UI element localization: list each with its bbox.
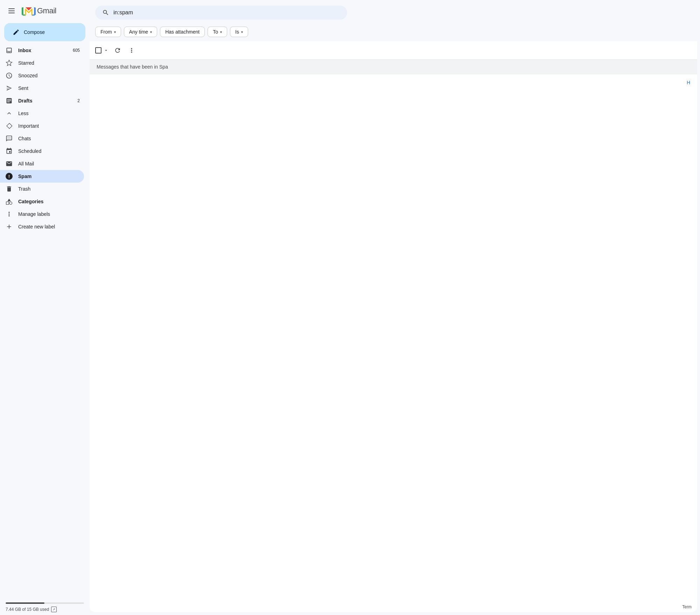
svg-point-0 [9, 202, 12, 205]
search-icon [102, 9, 109, 16]
search-bar [95, 6, 347, 20]
gmail-text: Gmail [37, 6, 56, 15]
sidebar: Gmail Compose Inbox 605 Starred [0, 0, 90, 615]
sidebar-item-label: Snoozed [18, 73, 37, 78]
sidebar-item-label: Drafts [18, 98, 32, 104]
chevron-up-icon [6, 110, 13, 117]
search-container [90, 3, 697, 22]
empty-state-text: H [687, 80, 690, 85]
storage-label: 7.44 GB of 15 GB used [6, 607, 49, 612]
more-vert-icon [128, 47, 135, 54]
sidebar-item-label: Inbox [18, 48, 31, 53]
sidebar-item-label: Spam [18, 174, 31, 179]
inbox-icon [6, 47, 13, 54]
sidebar-item-categories[interactable]: Categories [0, 195, 84, 208]
is-filter-arrow: ▾ [241, 30, 243, 34]
select-all-area[interactable] [95, 47, 110, 54]
from-filter-arrow: ▾ [114, 30, 116, 34]
empty-state-link[interactable]: H [90, 74, 697, 91]
hamburger-button[interactable] [6, 6, 18, 16]
any-time-filter-label: Any time [129, 29, 148, 35]
checkbox-dropdown-button[interactable] [102, 47, 110, 54]
manage-labels-icon [6, 211, 13, 218]
sent-icon [6, 85, 13, 92]
important-icon [6, 122, 13, 129]
storage-external-link-icon[interactable] [51, 607, 57, 612]
to-filter-arrow: ▾ [220, 30, 222, 34]
filter-bar: From ▾ Any time ▾ Has attachment To ▾ Is… [90, 22, 697, 41]
hamburger-icon [8, 8, 15, 9]
sidebar-item-important[interactable]: Important [0, 120, 84, 132]
sidebar-item-label: Categories [18, 199, 43, 204]
to-filter[interactable]: To ▾ [208, 27, 227, 37]
compose-label: Compose [24, 29, 45, 35]
nav-list: Inbox 605 Starred Snoozed Sent [0, 44, 90, 233]
sidebar-item-snoozed[interactable]: Snoozed [0, 69, 84, 82]
compose-icon [13, 29, 20, 36]
hamburger-icon [8, 13, 15, 13]
sidebar-item-label: Chats [18, 136, 31, 141]
sidebar-item-label: Trash [18, 186, 30, 192]
refresh-icon [114, 47, 121, 54]
sidebar-item-manage-labels[interactable]: Manage labels [0, 208, 84, 220]
is-filter-label: Is [235, 29, 239, 35]
svg-rect-1 [6, 202, 9, 205]
refresh-button[interactable] [111, 44, 124, 57]
sidebar-item-scheduled[interactable]: Scheduled [0, 145, 84, 157]
all-mail-icon [6, 160, 13, 167]
sidebar-item-create-label[interactable]: Create new label [0, 220, 84, 233]
sidebar-item-chats[interactable]: Chats [0, 132, 84, 145]
sidebar-item-label: Sent [18, 85, 28, 91]
plus-icon [6, 223, 13, 230]
sidebar-item-less[interactable]: Less [0, 107, 84, 120]
storage-section: 7.44 GB of 15 GB used [0, 597, 90, 615]
drafts-badge: 2 [77, 98, 80, 103]
has-attachment-filter[interactable]: Has attachment [160, 27, 205, 37]
sidebar-item-drafts[interactable]: Drafts 2 [0, 94, 84, 107]
sidebar-item-trash[interactable]: Trash [0, 183, 84, 195]
clock-icon [6, 72, 13, 79]
email-list-area [90, 91, 697, 602]
storage-text: 7.44 GB of 15 GB used [6, 607, 84, 612]
sidebar-item-spam[interactable]: ! Spam [0, 170, 84, 183]
trash-icon [6, 185, 13, 192]
from-filter-label: From [100, 29, 112, 35]
sidebar-item-label: Starred [18, 60, 34, 66]
has-attachment-filter-label: Has attachment [165, 29, 200, 35]
sidebar-item-inbox[interactable]: Inbox 605 [0, 44, 84, 57]
sidebar-item-label: Scheduled [18, 148, 41, 154]
to-filter-label: To [213, 29, 218, 35]
more-options-button[interactable] [125, 44, 138, 57]
spam-icon: ! [6, 173, 13, 180]
sidebar-item-label: Manage labels [18, 211, 50, 217]
from-filter[interactable]: From ▾ [95, 27, 121, 37]
compose-button[interactable]: Compose [4, 23, 85, 41]
drafts-icon [6, 97, 13, 104]
terms-area: Term [90, 602, 697, 612]
sidebar-item-starred[interactable]: Starred [0, 57, 84, 69]
info-banner-text: Messages that have been in Spa [97, 64, 168, 70]
terms-text: Term [682, 605, 692, 609]
scheduled-icon [6, 148, 13, 155]
select-all-checkbox[interactable] [95, 47, 102, 54]
any-time-filter-arrow: ▾ [150, 30, 152, 34]
inbox-badge: 605 [73, 48, 80, 53]
search-input[interactable] [113, 9, 340, 16]
hamburger-icon [8, 10, 15, 11]
storage-bar-background [6, 602, 84, 604]
sidebar-item-all-mail[interactable]: All Mail [0, 157, 84, 170]
sidebar-header: Gmail [0, 3, 90, 22]
categories-icon [6, 198, 13, 205]
sidebar-item-label: All Mail [18, 161, 34, 167]
is-filter[interactable]: Is ▾ [230, 27, 248, 37]
sidebar-item-sent[interactable]: Sent [0, 82, 84, 94]
sidebar-item-label: Create new label [18, 224, 55, 229]
chevron-down-icon [104, 48, 108, 53]
any-time-filter[interactable]: Any time ▾ [124, 27, 157, 37]
chat-icon [6, 135, 13, 142]
gmail-logo: Gmail [22, 6, 56, 16]
gmail-m-icon [22, 6, 36, 16]
sidebar-item-label: Important [18, 123, 39, 129]
star-icon [6, 59, 13, 66]
toolbar [90, 41, 697, 60]
